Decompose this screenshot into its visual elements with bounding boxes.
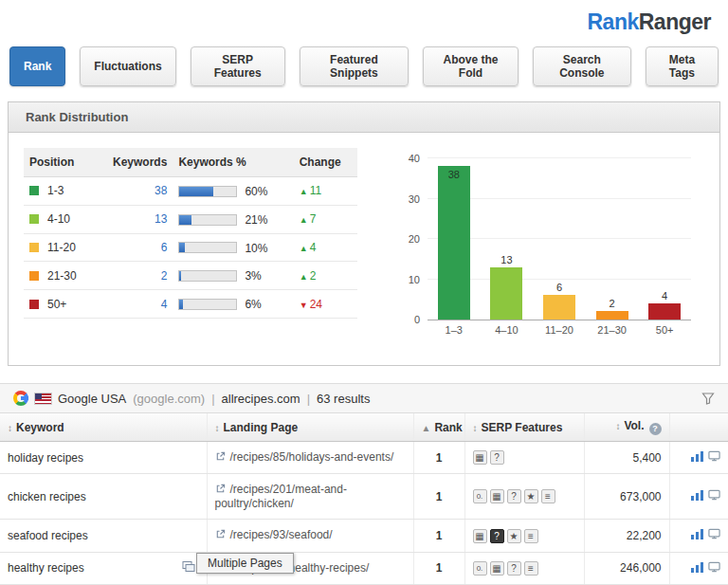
main-tab-bar: RankFluctuationsSERP FeaturesFeatured Sn… [0,37,728,101]
results-summary-bar: Google USA (google.com) | allrecipes.com… [0,383,728,413]
change-value: ▲4 [294,233,357,262]
serp-snapshot-icon[interactable] [708,529,720,542]
keywords-count-link[interactable]: 6 [161,241,168,254]
serp-snapshot-icon[interactable] [708,490,720,503]
external-link-icon[interactable] [215,451,226,465]
tab-rank[interactable]: Rank [9,46,65,86]
chart-bar-11-20 [543,295,575,320]
tab-search-console[interactable]: Search Console [533,46,631,86]
landing-page-link[interactable]: /recipes/93/seafood/ [230,528,333,541]
sort-icon: ↕ [8,423,12,433]
rank-history-chart-icon[interactable] [691,529,703,542]
search-volume: 22,200 [584,520,669,552]
col-header-serp-features[interactable]: ↕SERP Features [464,413,584,442]
serp-features-cell: 0.▦?★≡ [464,474,584,520]
landing-page-link[interactable]: /recipes/201/meat-and-poultry/chicken/ [215,483,347,510]
serp-feature-image-icon: ▦ [473,450,487,465]
tab-meta-tags[interactable]: Meta Tags [646,46,719,86]
chart-bar-21-30 [596,311,628,320]
serp-feature-question-icon: ? [490,450,504,465]
rank-history-chart-icon[interactable] [691,562,703,576]
volume-info-icon[interactable]: ? [649,423,662,435]
serp-feature-list-icon: ≡ [524,561,538,576]
rank-distribution-table: Position Keywords Keywords % Change 1-33… [24,148,357,319]
rank-history-chart-icon[interactable] [691,451,703,465]
rank-history-chart-icon[interactable] [691,490,703,503]
keywords-percent-cell: 60% [173,177,293,206]
tracked-site-label: allrecipes.com [222,392,300,406]
position-cell: 21-30 [24,262,94,290]
col-header-volume[interactable]: ↕Vol.? [584,413,669,442]
change-value: ▲7 [294,205,357,233]
multiple-pages-icon[interactable] [182,561,195,576]
bar-value-label: 38 [438,169,470,180]
x-axis-category-label: 50+ [638,324,691,336]
chart-bar-4-10 [490,267,522,320]
keywords-count-link[interactable]: 13 [155,212,167,226]
bar-value-label: 13 [500,254,512,265]
position-color-swatch [29,300,39,309]
keyword-table: ↕Keyword ↕Landing Page ▲Rank ↕SERP Featu… [0,413,728,585]
percent-label: 10% [245,241,267,254]
sort-asc-icon: ▲ [422,423,431,433]
y-axis-tick-label: 0 [391,314,420,325]
position-label: 50+ [47,298,66,311]
bar-value-label: 6 [556,282,562,293]
external-link-icon[interactable] [215,484,226,497]
position-color-swatch [29,214,39,224]
keywords-count-link[interactable]: 2 [161,269,168,283]
serp-feature-image-icon: ▦ [490,561,504,576]
keywords-count-link[interactable]: 4 [161,298,168,311]
position-color-swatch [29,186,39,195]
percent-bar [178,186,237,197]
filter-icon[interactable] [701,392,715,405]
tab-above-the-fold[interactable]: Above the Fold [423,46,519,86]
logo-part-ranger: Ranger [639,9,711,34]
col-header-rank[interactable]: ▲Rank [413,413,464,442]
keyword-results-section: Google USA (google.com) | allrecipes.com… [0,383,728,585]
keyword-text: seafood recipes [8,529,88,542]
keywords-count-link[interactable]: 38 [155,184,167,197]
serp-feature-question-dark-icon: ? [490,529,504,543]
col-header-actions [669,413,728,442]
serp-feature-list-icon: ≡ [541,489,555,503]
change-up-arrow-icon: ▲ [300,244,308,253]
panel-body: Position Keywords Keywords % Change 1-33… [9,133,719,365]
position-label: 1-3 [47,184,64,197]
serp-snapshot-icon[interactable] [708,451,720,465]
tab-fluctuations[interactable]: Fluctuations [80,46,175,86]
keyword-text: holiday recipes [8,451,83,465]
col-header-volume-label: Vol. [624,419,644,432]
position-cell: 4-10 [24,205,94,233]
landing-page-link[interactable]: /recipes/85/holidays-and-events/ [230,450,394,464]
percent-label: 3% [245,269,261,283]
serp-snapshot-icon[interactable] [708,562,720,576]
percent-label: 60% [245,185,267,198]
tab-featured-snippets[interactable]: Featured Snippets [300,46,409,86]
x-axis-category-label: 4–10 [481,324,534,336]
serp-feature-image-icon: ▦ [490,489,504,503]
serp-feature-image-icon: ▦ [473,529,487,543]
serp-feature-zero-icon: 0. [473,489,487,503]
keyword-row: chicken recipes/recipes/201/meat-and-pou… [0,474,728,520]
change-up-arrow-icon: ▲ [300,187,308,196]
separator: | [211,392,214,406]
col-header-keywords-pct: Keywords % [173,148,293,177]
position-color-swatch [29,271,39,281]
col-header-keyword[interactable]: ↕Keyword [0,413,207,442]
position-cell: 11-20 [24,233,94,262]
position-color-swatch [29,243,39,252]
col-header-landing-page[interactable]: ↕Landing Page [207,413,413,442]
percent-label: 6% [245,298,261,311]
serp-features-cell: ▦?★≡ [464,520,584,552]
search-volume: 5,400 [584,442,669,474]
keyword-row: holiday recipes/recipes/85/holidays-and-… [0,442,728,474]
external-link-icon[interactable] [215,529,226,542]
y-axis-tick-label: 30 [391,193,420,205]
distribution-row: 4-101321%▲7 [24,205,357,233]
serp-feature-star-icon: ★ [507,529,521,543]
keyword-text: healthy recipes [8,561,84,575]
tab-serp-features[interactable]: SERP Features [191,46,285,86]
sort-icon: ↕ [215,423,220,433]
search-engine-domain: (google.com) [133,392,205,406]
